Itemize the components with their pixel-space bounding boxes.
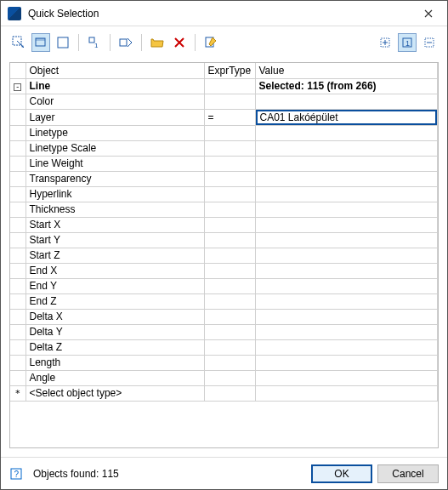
expr-cell	[204, 125, 255, 140]
value-cell	[255, 324, 438, 339]
table-row[interactable]: Color	[10, 94, 438, 109]
select-all-icon	[12, 36, 26, 49]
value-cell	[255, 278, 438, 293]
property-label: Delta Z	[26, 339, 204, 355]
col-expr[interactable]: ExprType	[204, 63, 255, 78]
table-row[interactable]: *<Select object type>	[10, 385, 438, 401]
expand-all-button[interactable]	[376, 33, 394, 52]
help-button[interactable]: ?	[9, 467, 23, 481]
expr-cell	[204, 171, 255, 186]
property-label: End Y	[26, 278, 204, 293]
table-row[interactable]: Delta Y	[10, 324, 438, 339]
content-area: Object ExprType Value -LineSelected: 115…	[1, 57, 447, 457]
table-row[interactable]: Hyperlink	[10, 186, 438, 202]
property-label: End X	[26, 263, 204, 278]
summary-cell: Selected: 115 (from 266)	[255, 78, 438, 94]
select-by-properties-button[interactable]: 1	[85, 33, 104, 52]
value-cell	[255, 217, 438, 232]
expr-cell	[204, 140, 255, 156]
table-row[interactable]: Delta Z	[10, 339, 438, 355]
table-row[interactable]: Transparency	[10, 171, 438, 186]
property-grid[interactable]: Object ExprType Value -LineSelected: 115…	[10, 63, 438, 447]
table-row[interactable]: End Y	[10, 278, 438, 293]
expr-cell: =	[204, 109, 255, 125]
expand-all-icon	[378, 36, 392, 49]
select-in-window-button[interactable]	[31, 33, 50, 52]
cancel-button[interactable]: Cancel	[377, 464, 439, 483]
toolbar: 1 1	[9, 33, 439, 52]
table-row[interactable]: Linetype Scale	[10, 140, 438, 156]
svg-text:1: 1	[94, 42, 99, 49]
table-row[interactable]: Start X	[10, 217, 438, 232]
table-row[interactable]: Angle	[10, 370, 438, 385]
table-row[interactable]: Start Z	[10, 248, 438, 263]
property-label: Start Z	[26, 248, 204, 263]
toolbar-area: 1 1	[1, 26, 447, 57]
delete-icon	[173, 36, 186, 49]
value-cell	[255, 309, 438, 324]
table-row[interactable]: End Z	[10, 293, 438, 309]
title-bar: Quick Selection	[1, 1, 447, 26]
help-icon: ?	[9, 467, 23, 481]
ok-button[interactable]: OK	[311, 464, 372, 483]
value-cell	[255, 125, 438, 140]
edit-filter-button[interactable]	[201, 33, 220, 52]
object-type-cell: Line	[26, 78, 204, 94]
property-label: End Z	[26, 293, 204, 309]
open-filter-button[interactable]	[148, 33, 167, 52]
table-row[interactable]: Start Y	[10, 232, 438, 248]
property-label: Transparency	[26, 171, 204, 186]
expr-cell	[204, 263, 255, 278]
new-selection-button[interactable]	[54, 33, 72, 52]
value-cell	[255, 293, 438, 309]
edit-icon	[204, 36, 218, 49]
table-row[interactable]: Linetype	[10, 125, 438, 140]
col-object[interactable]: Object	[26, 63, 204, 78]
add-to-selection-button[interactable]	[116, 33, 135, 52]
table-row[interactable]: End X	[10, 263, 438, 278]
table-row[interactable]: Delta X	[10, 309, 438, 324]
properties-filter-icon: 1	[88, 36, 101, 49]
select-all-in-drawing-button[interactable]	[9, 33, 28, 52]
value-cell	[255, 140, 438, 156]
table-row[interactable]: Thickness	[10, 202, 438, 217]
svg-rect-2	[36, 38, 45, 41]
expr-cell	[204, 309, 255, 324]
layer-value-input[interactable]	[256, 110, 438, 125]
table-row[interactable]: Length	[10, 355, 438, 370]
value-cell	[255, 263, 438, 278]
expand-toggle[interactable]: -	[10, 78, 26, 94]
property-grid-panel: Object ExprType Value -LineSelected: 115…	[9, 62, 439, 448]
select-object-type-placeholder: <Select object type>	[26, 385, 204, 401]
table-row[interactable]: Layer=	[10, 109, 438, 125]
expr-cell	[204, 324, 255, 339]
table-row[interactable]: -LineSelected: 115 (from 266)	[10, 78, 438, 94]
expr-cell	[204, 232, 255, 248]
expr-cell	[204, 248, 255, 263]
property-label: Line Weight	[26, 156, 204, 171]
collapse-all-button[interactable]	[420, 33, 439, 52]
value-cell	[255, 109, 438, 125]
collapse-all-icon	[422, 36, 436, 49]
property-label: Delta X	[26, 309, 204, 324]
status-text: Objects found: 115	[28, 468, 306, 480]
expr-cell	[204, 156, 255, 171]
show-level-1-button[interactable]: 1	[398, 33, 417, 52]
value-cell	[255, 355, 438, 370]
property-label: Length	[26, 355, 204, 370]
toolbar-separator	[141, 34, 142, 51]
value-cell	[255, 370, 438, 385]
value-cell	[255, 186, 438, 202]
property-label: Thickness	[26, 202, 204, 217]
folder-open-icon	[150, 36, 164, 49]
expr-cell	[204, 370, 255, 385]
toolbar-separator	[195, 34, 196, 51]
close-button[interactable]	[410, 1, 447, 26]
delete-filter-button[interactable]	[170, 33, 189, 52]
expr-cell	[204, 202, 255, 217]
table-row[interactable]: Line Weight	[10, 156, 438, 171]
expr-cell	[204, 278, 255, 293]
svg-rect-3	[58, 37, 68, 48]
col-value[interactable]: Value	[255, 63, 438, 78]
expr-cell	[204, 186, 255, 202]
